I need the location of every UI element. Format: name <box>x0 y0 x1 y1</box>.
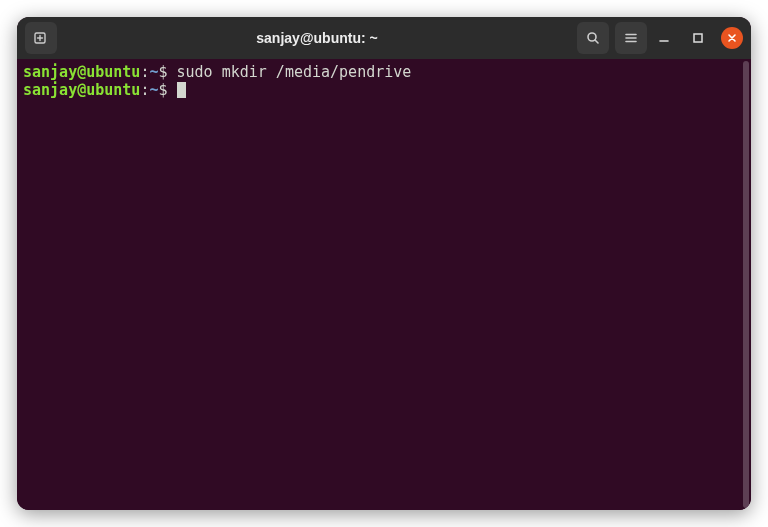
terminal-window: sanjay@ubuntu: ~ <box>17 17 751 510</box>
terminal-line: sanjay@ubuntu:~$ sudo mkdir /media/pendr… <box>23 63 745 81</box>
command-text: sudo mkdir /media/pendrive <box>177 63 412 81</box>
close-button[interactable] <box>721 27 743 49</box>
hamburger-icon <box>623 30 639 46</box>
terminal-line: sanjay@ubuntu:~$ <box>23 81 745 99</box>
prompt-user-host: sanjay@ubuntu <box>23 63 140 81</box>
search-button[interactable] <box>577 22 609 54</box>
menu-button[interactable] <box>615 22 647 54</box>
prompt-dollar: $ <box>158 63 176 81</box>
maximize-button[interactable] <box>687 27 709 49</box>
maximize-icon <box>691 31 705 45</box>
window-controls <box>653 27 743 49</box>
new-tab-button[interactable] <box>25 22 57 54</box>
titlebar: sanjay@ubuntu: ~ <box>17 17 751 59</box>
prompt-user-host: sanjay@ubuntu <box>23 81 140 99</box>
svg-rect-2 <box>694 34 702 42</box>
new-tab-icon <box>33 30 49 46</box>
scrollbar[interactable] <box>743 61 749 508</box>
minimize-button[interactable] <box>653 27 675 49</box>
terminal-body[interactable]: sanjay@ubuntu:~$ sudo mkdir /media/pendr… <box>17 59 751 510</box>
cursor-block <box>177 82 186 98</box>
window-title: sanjay@ubuntu: ~ <box>63 30 571 46</box>
close-icon <box>727 33 737 43</box>
search-icon <box>585 30 601 46</box>
prompt-dollar: $ <box>158 81 176 99</box>
minimize-icon <box>657 31 671 45</box>
